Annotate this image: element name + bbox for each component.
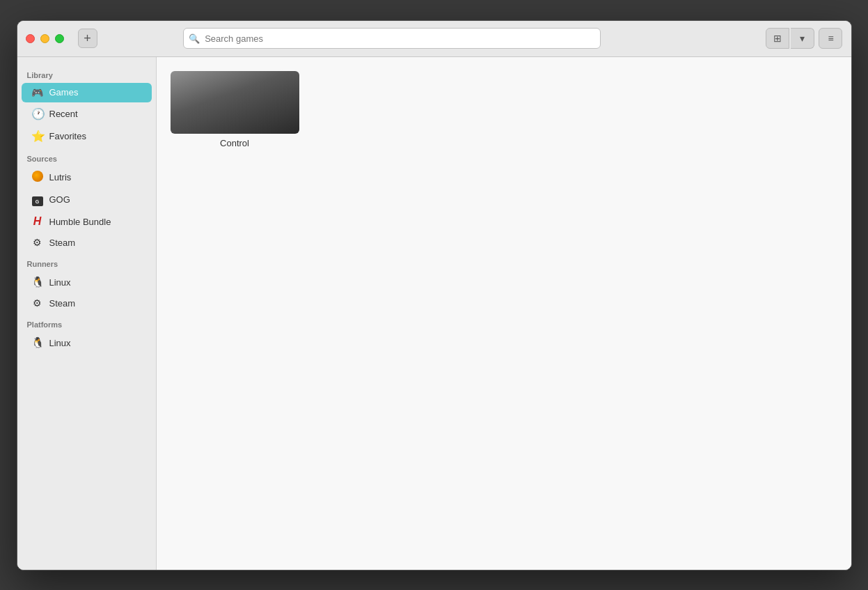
view-dropdown-button[interactable]: ▾ <box>791 28 814 49</box>
sidebar-item-games[interactable]: 🎮 Games <box>22 83 152 102</box>
linux-runner-icon: 🐧 <box>31 276 44 288</box>
lutris-icon <box>31 171 44 185</box>
minimize-button[interactable] <box>40 34 49 43</box>
sidebar-item-gog[interactable]: G GOG <box>22 189 152 211</box>
sidebar-item-steam-runner[interactable]: ⚙ Steam <box>22 293 152 313</box>
main-area: Control <box>157 57 851 570</box>
library-section-label: Library <box>17 64 156 82</box>
sidebar-item-linux-runner[interactable]: 🐧 Linux <box>22 272 152 293</box>
platforms-section-label: Platforms <box>17 313 156 332</box>
sidebar-gog-label: GOG <box>49 194 70 205</box>
traffic-lights <box>26 34 64 43</box>
sources-section-label: Sources <box>17 148 156 166</box>
sidebar-steam-source-label: Steam <box>49 238 76 248</box>
gog-icon: G <box>31 194 44 207</box>
humble-icon: H <box>31 215 44 228</box>
toolbar-right: ⊞ ▾ ≡ <box>766 28 842 49</box>
sidebar-item-recent[interactable]: 🕐 Recent <box>22 103 152 125</box>
sidebar-steam-runner-label: Steam <box>49 298 76 309</box>
maximize-button[interactable] <box>55 34 64 43</box>
content-area: Library 🎮 Games 🕐 Recent ⭐ Favorites Sou… <box>17 57 851 570</box>
main-window: + 🔍 ⊞ ▾ ≡ Library 🎮 Games <box>17 20 852 570</box>
sidebar: Library 🎮 Games 🕐 Recent ⭐ Favorites Sou… <box>17 57 157 570</box>
star-icon: ⭐ <box>31 130 44 143</box>
grid-view-button[interactable]: ⊞ <box>766 28 789 49</box>
sidebar-games-label: Games <box>49 87 79 98</box>
sidebar-item-lutris[interactable]: Lutris <box>22 166 152 189</box>
chevron-down-icon: ▾ <box>800 33 805 44</box>
sidebar-item-favorites[interactable]: ⭐ Favorites <box>22 125 152 147</box>
add-icon: + <box>84 31 91 46</box>
list-view-button[interactable]: ≡ <box>819 28 842 49</box>
steam-runner-icon: ⚙ <box>31 297 44 309</box>
clock-icon: 🕐 <box>31 107 44 121</box>
titlebar: + 🔍 ⊞ ▾ ≡ <box>17 21 851 57</box>
runners-section-label: Runners <box>17 253 156 271</box>
game-cover-control <box>171 71 299 134</box>
steam-source-icon: ⚙ <box>31 237 44 248</box>
sidebar-recent-label: Recent <box>49 109 78 119</box>
linux-platform-icon: 🐧 <box>31 336 44 349</box>
sidebar-item-linux-platform[interactable]: 🐧 Linux <box>22 332 152 353</box>
close-button[interactable] <box>26 34 35 43</box>
game-title-control: Control <box>220 138 249 148</box>
games-grid: Control <box>171 71 837 148</box>
search-bar: 🔍 <box>183 28 601 49</box>
sidebar-favorites-label: Favorites <box>49 131 86 141</box>
grid-icon: ⊞ <box>773 33 782 44</box>
sidebar-humble-label: Humble Bundle <box>49 217 111 227</box>
search-icon: 🔍 <box>189 33 200 44</box>
sidebar-linux-runner-label: Linux <box>49 277 71 288</box>
add-button[interactable]: + <box>78 29 97 48</box>
sidebar-item-steam-source[interactable]: ⚙ Steam <box>22 233 152 252</box>
sidebar-linux-platform-label: Linux <box>49 338 71 348</box>
gamepad-icon: 🎮 <box>31 87 44 98</box>
sidebar-lutris-label: Lutris <box>49 172 72 183</box>
search-input[interactable] <box>183 28 601 49</box>
game-tile-control[interactable]: Control <box>171 71 299 148</box>
sidebar-item-humble[interactable]: H Humble Bundle <box>22 211 152 232</box>
list-icon: ≡ <box>828 33 833 44</box>
